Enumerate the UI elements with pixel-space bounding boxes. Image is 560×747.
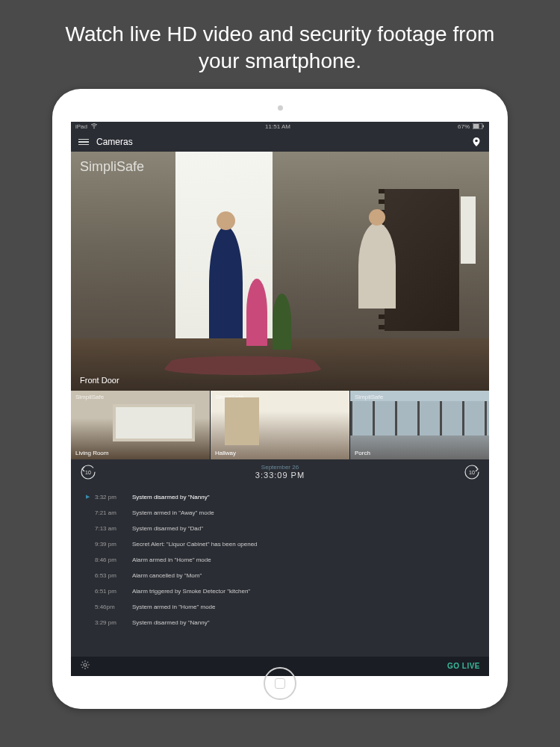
svg-point-0 — [93, 127, 95, 128]
location-pin-icon[interactable] — [471, 137, 482, 147]
event-row[interactable]: 8:46 pmAlarm armed in "Home" mode — [71, 552, 489, 568]
brand-watermark: SimpliSafe — [355, 394, 383, 400]
event-time: 6:53 pm — [95, 572, 132, 579]
event-row[interactable]: ▶3:32 pmSystem disarmed by "Nanny" — [71, 489, 489, 505]
camera-label: Hallway — [215, 450, 236, 456]
ipad-frame: iPad 11:51 AM 67% Cameras — [52, 89, 508, 709]
skip-back-10-button[interactable]: 10 — [80, 464, 96, 480]
camera-label: Porch — [355, 450, 370, 456]
timeline-time: 3:33:09 PM — [255, 471, 305, 480]
svg-rect-3 — [483, 125, 485, 127]
timeline-date: September 26 — [255, 464, 305, 471]
ipad-home-button[interactable] — [264, 667, 296, 700]
event-message: System armed in "Home" mode — [132, 604, 216, 610]
event-row[interactable]: 6:51 pmAlarm triggered by Smoke Detector… — [71, 583, 489, 599]
camera-thumb-living-room[interactable]: SimpliSafe Living Room — [71, 391, 211, 459]
status-time: 11:51 AM — [265, 123, 290, 130]
play-icon: ▶ — [86, 494, 95, 500]
event-time: 3:32 pm — [95, 494, 132, 500]
battery-percent: 67% — [458, 123, 470, 130]
camera-main-front-door[interactable]: SimpliSafe Front Door — [71, 152, 489, 391]
svg-point-4 — [475, 139, 478, 142]
event-message: System disarmed by "Nanny" — [132, 619, 210, 626]
wifi-icon — [90, 123, 98, 131]
svg-text:10: 10 — [85, 470, 91, 475]
event-row[interactable]: 3:29 pmSystem disarmed by "Nanny" — [71, 615, 489, 630]
event-time: 6:51 pm — [95, 588, 132, 595]
svg-text:10: 10 — [469, 470, 475, 475]
event-row[interactable]: 5:46pmSystem armed in "Home" mode — [71, 599, 489, 615]
battery-icon — [473, 123, 485, 131]
camera-label: Living Room — [75, 450, 108, 456]
event-time: 7:21 am — [95, 509, 132, 516]
svg-point-9 — [84, 663, 87, 666]
event-time: 8:46 pm — [95, 557, 132, 563]
status-bar: iPad 11:51 AM 67% — [71, 122, 489, 132]
event-time: 9:39 pm — [95, 541, 132, 548]
skip-forward-10-button[interactable]: 10 — [464, 464, 480, 480]
event-time: 5:46pm — [95, 604, 132, 610]
timeline-bar: 10 September 26 3:33:09 PM 10 — [71, 459, 489, 485]
svg-rect-2 — [473, 124, 479, 128]
event-message: Alarm cancelled by "Mom" — [132, 572, 202, 579]
device-label: iPad — [75, 123, 87, 130]
go-live-button[interactable]: GO LIVE — [447, 662, 480, 670]
page-title: Cameras — [96, 137, 133, 147]
camera-thumb-porch[interactable]: SimpliSafe Porch — [350, 391, 489, 459]
event-message: System armed in "Away" mode — [132, 509, 214, 516]
event-time: 3:29 pm — [95, 619, 132, 626]
event-row[interactable]: 7:13 amSystem disarmed by "Dad" — [71, 521, 489, 536]
brand-watermark: SimpliSafe — [80, 159, 144, 175]
event-time: 7:13 am — [95, 525, 132, 532]
marketing-headline: Watch live HD video and security footage… — [0, 0, 560, 89]
settings-icon[interactable] — [80, 660, 90, 673]
event-list[interactable]: ▶3:32 pmSystem disarmed by "Nanny"7:21 a… — [71, 485, 489, 657]
menu-icon[interactable] — [78, 139, 89, 146]
brand-watermark: SimpliSafe — [75, 394, 104, 400]
event-row[interactable]: 7:21 amSystem armed in "Away" mode — [71, 505, 489, 521]
camera-label: Front Door — [80, 376, 119, 385]
camera-thumb-hallway[interactable]: SimpliSafe Hallway — [211, 391, 350, 459]
brand-watermark: SimpliSafe — [215, 394, 243, 400]
event-message: System disarmed by "Nanny" — [132, 494, 210, 500]
ipad-screen: iPad 11:51 AM 67% Cameras — [71, 122, 489, 676]
event-row[interactable]: 9:39 pmSecret Alert: "Liquor Cabinet" ha… — [71, 536, 489, 552]
event-message: Alarm armed in "Home" mode — [132, 557, 211, 563]
camera-thumbnails: SimpliSafe Living Room SimpliSafe Hallwa… — [71, 391, 489, 459]
event-message: Secret Alert: "Liquor Cabinet" has been … — [132, 541, 258, 548]
event-row[interactable]: 6:53 pmAlarm cancelled by "Mom" — [71, 568, 489, 583]
ipad-camera-dot — [278, 105, 283, 111]
event-message: Alarm triggered by Smoke Detector "kitch… — [132, 588, 250, 595]
event-message: System disarmed by "Dad" — [132, 525, 203, 532]
nav-bar: Cameras — [71, 132, 489, 152]
